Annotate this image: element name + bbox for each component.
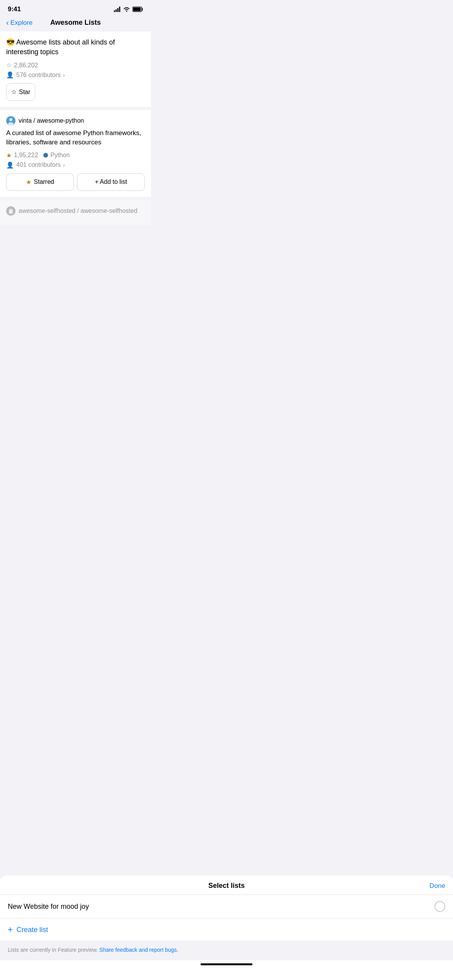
contributors-row[interactable]: 👤 401 contributors › (6, 161, 145, 169)
awesome-python-card: vinta / awesome-python A curated list of… (0, 110, 151, 197)
starred-button[interactable]: ★ Starred (6, 173, 74, 191)
lang-dot (43, 153, 48, 158)
svg-point-8 (8, 122, 14, 125)
svg-point-7 (9, 118, 12, 121)
avatar-image: 📋 (6, 206, 15, 216)
contributors-chevron-icon: › (63, 72, 65, 78)
stars-row: ☆ 2,86,202 (6, 62, 145, 69)
language-label: Python (50, 152, 70, 159)
repo-emoji: 😎 (6, 38, 15, 46)
svg-rect-3 (119, 7, 120, 12)
star-button-label: Star (19, 89, 30, 96)
stars-count: 1,95,222 (14, 152, 38, 159)
person-icon: 👤 (6, 71, 14, 79)
nav-bar: ‹ Explore Awesome Lists (0, 15, 151, 31)
repo-stats: ☆ 2,86,202 👤 576 contributors › (6, 62, 145, 79)
page-title: Awesome Lists (50, 19, 101, 27)
avatar (6, 116, 15, 125)
contributors-count: 576 contributors (16, 72, 61, 79)
back-chevron-icon: ‹ (6, 18, 9, 27)
battery-icon (132, 7, 143, 12)
star-filled-icon: ★ (26, 178, 31, 186)
repo-header: vinta / awesome-python (6, 116, 145, 125)
stars-count: 2,86,202 (14, 62, 38, 69)
svg-rect-5 (133, 8, 141, 11)
wifi-icon (123, 7, 130, 12)
svg-text:📋: 📋 (8, 208, 14, 214)
back-label: Explore (10, 19, 33, 27)
svg-rect-0 (114, 10, 115, 12)
repo-header: 📋 awesome-selfhosted / awesome-selfhoste… (6, 206, 145, 216)
selfhosted-card: 📋 awesome-selfhosted / awesome-selfhoste… (0, 200, 151, 225)
avatar: 📋 (6, 206, 15, 216)
repo-stats: ★ 1,95,222 Python 👤 401 contributors › (6, 152, 145, 169)
repo-description: A curated list of awesome Python framewo… (6, 128, 145, 147)
action-buttons: ★ Starred + Add to list (6, 173, 145, 191)
status-time: 9:41 (8, 5, 21, 13)
repo-description: 😎 Awesome lists about all kinds of inter… (6, 38, 145, 57)
awesome-lists-card: 😎 Awesome lists about all kinds of inter… (0, 31, 151, 107)
add-to-list-label: + Add to list (95, 178, 127, 185)
back-button[interactable]: ‹ Explore (6, 18, 33, 27)
svg-rect-1 (116, 9, 117, 12)
star-outline-icon: ☆ (6, 62, 12, 69)
star-button[interactable]: ☆ Star (6, 83, 35, 101)
starred-label: Starred (34, 178, 54, 185)
svg-rect-2 (117, 8, 118, 12)
stars-row: ★ 1,95,222 Python (6, 152, 145, 159)
contributors-row[interactable]: 👤 576 contributors › (6, 71, 145, 79)
status-bar: 9:41 (0, 0, 151, 15)
avatar-image (6, 116, 15, 125)
star-outline-icon: ☆ (11, 88, 17, 96)
add-to-list-button[interactable]: + Add to list (77, 173, 145, 191)
status-icons (114, 7, 143, 12)
repo-name: vinta / awesome-python (19, 117, 84, 124)
signal-icon (114, 7, 121, 12)
person-icon: 👤 (6, 161, 14, 169)
contributors-chevron-icon: › (63, 162, 65, 168)
star-filled-icon: ★ (6, 152, 12, 159)
repo-name: awesome-selfhosted / awesome-selfhosted (19, 207, 137, 214)
contributors-count: 401 contributors (16, 161, 61, 168)
content: 😎 Awesome lists about all kinds of inter… (0, 31, 151, 225)
